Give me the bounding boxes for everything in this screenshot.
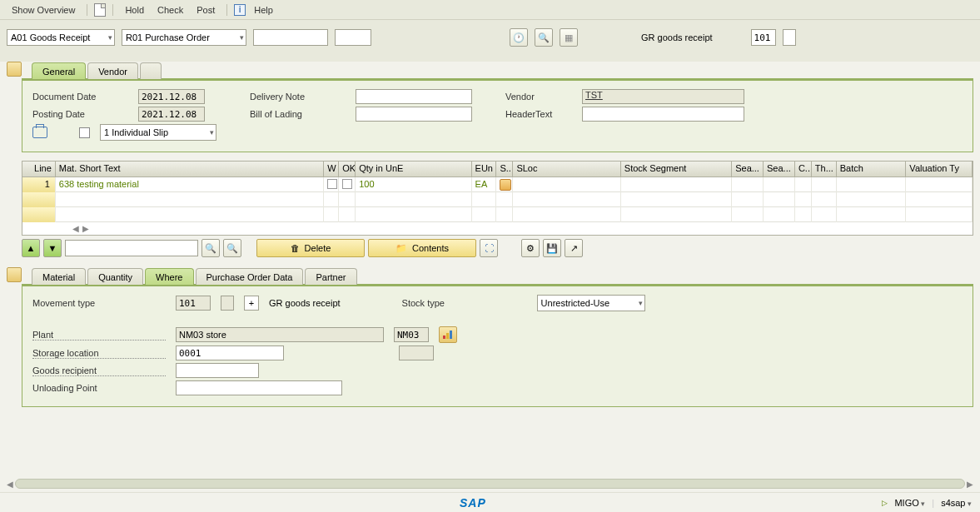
storage-location-input[interactable] (176, 345, 284, 360)
storage-location-label[interactable]: Storage location (32, 348, 166, 359)
cell-sloc[interactable] (513, 177, 620, 192)
cell-batch[interactable] (837, 177, 907, 192)
check-button[interactable]: Check (152, 3, 188, 17)
cell-material[interactable]: 638 testing material (56, 177, 324, 192)
tab-partner[interactable]: Partner (305, 268, 356, 285)
expand-icon[interactable]: ⛶ (480, 239, 498, 257)
post-button[interactable]: Post (192, 3, 220, 17)
table-row[interactable]: 1 638 testing material 100 EA (22, 177, 973, 192)
col-sea1[interactable]: Sea... (732, 162, 764, 176)
tab-where[interactable]: Where (145, 268, 193, 285)
cell-eun[interactable]: EA (472, 177, 497, 192)
hold-button[interactable]: Hold (120, 3, 149, 17)
storage-location-code (399, 345, 434, 360)
doc-date-input[interactable] (138, 89, 205, 104)
system-dropdown[interactable]: s4sap (941, 498, 972, 508)
cell-ok[interactable] (339, 177, 356, 192)
goods-recipient-label[interactable]: Goods recipient (32, 365, 166, 376)
scroll-right-icon[interactable]: ▶ (967, 480, 973, 489)
cell-th[interactable] (812, 177, 837, 192)
action-dropdown[interactable]: A01 Goods Receipt (7, 29, 115, 46)
col-eun[interactable]: EUn (472, 162, 497, 176)
unloading-point-input[interactable] (176, 380, 342, 395)
cell-vt[interactable] (906, 177, 973, 192)
col-w[interactable]: W (324, 162, 339, 176)
movement-type-help[interactable] (221, 296, 234, 311)
doc-item-input[interactable] (335, 29, 371, 46)
col-stock-segment[interactable]: Stock Segment (621, 162, 732, 176)
help-button[interactable]: Help (249, 3, 278, 17)
tab-general[interactable]: General (32, 62, 86, 79)
page-hscroll[interactable]: ◀ ▶ (7, 479, 973, 489)
reference-dropdown[interactable]: R01 Purchase Order (122, 29, 246, 46)
delete-button[interactable]: 🗑Delete (256, 239, 365, 257)
contents-button[interactable]: 📁Contents (368, 239, 476, 257)
collapse-detail-button[interactable] (7, 267, 22, 282)
print-icon[interactable] (32, 127, 47, 138)
col-valuation-type[interactable]: Valuation Ty (906, 162, 973, 176)
search-icon[interactable]: 🔍 (535, 28, 553, 47)
col-sloc[interactable]: SLoc (513, 162, 620, 176)
col-qty[interactable]: Qty in UnE (356, 162, 471, 176)
find-next-icon[interactable]: 🔍 (223, 239, 241, 257)
bill-lading-input[interactable] (356, 107, 472, 122)
cell-sea1[interactable] (732, 177, 764, 192)
plus-button[interactable]: + (244, 296, 259, 311)
tab-quantity[interactable]: Quantity (87, 268, 143, 285)
post-date-label: Posting Date (32, 109, 128, 119)
export-icon[interactable]: ↗ (565, 239, 583, 257)
scroll-left-icon[interactable]: ◀ (7, 480, 13, 489)
plant-label[interactable]: Plant (32, 330, 166, 341)
col-c[interactable]: C... (795, 162, 812, 176)
tab-vendor[interactable]: Vendor (87, 62, 138, 79)
tab-po-data[interactable]: Purchase Order Data (196, 268, 304, 285)
scroll-left-icon[interactable]: ◀ (72, 224, 79, 233)
cell-c[interactable] (795, 177, 812, 192)
delete-label: Delete (305, 243, 331, 253)
collapse-header-button[interactable] (7, 62, 22, 77)
stock-type-dropdown[interactable]: Unrestricted-Use (537, 295, 645, 311)
col-batch[interactable]: Batch (837, 162, 907, 176)
sort-desc-icon[interactable]: ▼ (43, 239, 62, 257)
col-material[interactable]: Mat. Short Text (56, 162, 324, 176)
show-overview-button[interactable]: Show Overview (7, 3, 80, 17)
gr-code-input[interactable] (751, 29, 776, 46)
tab-partner-icon[interactable] (140, 62, 162, 79)
print-checkbox[interactable] (79, 127, 90, 138)
col-ok[interactable]: OK (339, 162, 356, 176)
save-icon[interactable]: 💾 (543, 239, 561, 257)
grid-icon[interactable]: ▦ (560, 28, 578, 47)
post-date-input[interactable] (138, 107, 205, 122)
scroll-right-icon[interactable]: ▶ (82, 224, 89, 233)
cell-w[interactable] (324, 177, 339, 192)
cell-sea2[interactable] (764, 177, 795, 192)
filter-input[interactable] (65, 240, 198, 256)
scroll-track[interactable] (15, 479, 965, 489)
doc-number-input[interactable] (253, 29, 328, 46)
delivery-note-input[interactable] (356, 89, 472, 104)
vendor-link[interactable]: TST (585, 90, 603, 100)
col-line[interactable]: Line (22, 162, 56, 176)
gr-code-help[interactable] (783, 29, 796, 46)
header-text-input[interactable] (582, 107, 744, 122)
col-th[interactable]: Th... (812, 162, 837, 176)
goods-recipient-input[interactable] (176, 363, 259, 378)
settings-icon[interactable]: ⚙ (521, 239, 540, 257)
cell-s[interactable] (496, 177, 513, 192)
storage-icon[interactable] (500, 179, 511, 191)
document-icon[interactable] (94, 3, 106, 17)
slip-dropdown[interactable]: 1 Individual Slip (100, 124, 216, 141)
unloading-point-label: Unloading Point (32, 383, 166, 393)
tcode-dropdown[interactable]: MIGO (894, 498, 925, 508)
sort-asc-icon[interactable]: ▲ (22, 239, 40, 257)
header-panel: Document Date Posting Date 1 Individual … (22, 78, 973, 152)
find-icon[interactable]: 🔍 (201, 239, 220, 257)
col-s[interactable]: S.. (496, 162, 513, 176)
cell-qty[interactable]: 100 (356, 177, 471, 192)
chart-icon[interactable] (439, 326, 457, 343)
cell-line[interactable]: 1 (22, 177, 56, 192)
tab-material[interactable]: Material (32, 268, 86, 285)
cell-stock-segment[interactable] (621, 177, 732, 192)
col-sea2[interactable]: Sea... (764, 162, 795, 176)
execute-icon[interactable]: 🕐 (510, 28, 528, 47)
